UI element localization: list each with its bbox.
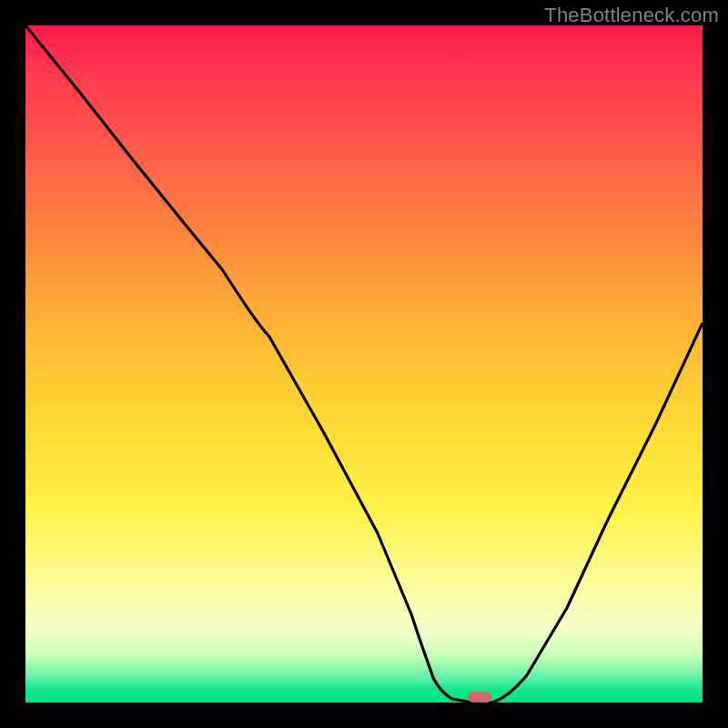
chart-frame: TheBottleneck.com xyxy=(0,0,728,728)
plot-area xyxy=(25,25,703,703)
optimum-marker xyxy=(468,692,491,703)
bottleneck-curve xyxy=(25,25,703,703)
watermark-text: TheBottleneck.com xyxy=(544,4,719,27)
chart-svg xyxy=(25,25,703,703)
